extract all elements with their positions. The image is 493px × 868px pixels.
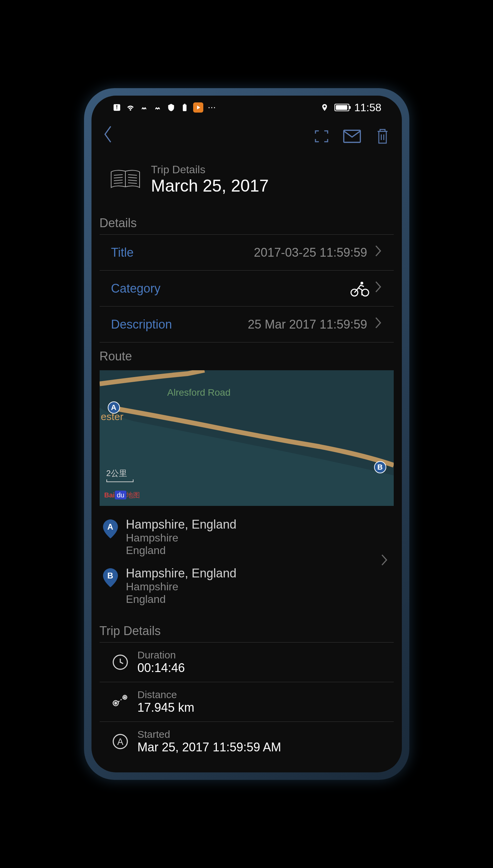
svg-point-16: [361, 282, 363, 284]
map-attribution: Baidu地图: [104, 491, 140, 500]
header-title: March 25, 2017: [151, 176, 269, 196]
map[interactable]: Alresford Road ester A B 2公里 Baidu地图: [100, 370, 394, 506]
marker-b-icon: B: [103, 568, 118, 587]
svg-text:A: A: [117, 736, 123, 747]
marker-letter: A: [107, 522, 113, 532]
svg-line-11: [128, 177, 137, 178]
battery-saver-icon: [180, 102, 190, 113]
duration-label: Duration: [138, 649, 185, 661]
back-button[interactable]: [102, 124, 122, 149]
title-row[interactable]: Title 2017-03-25 11:59:59: [100, 235, 394, 271]
delete-button[interactable]: [373, 127, 392, 145]
title-value: 2017-03-25 11:59:59: [133, 245, 367, 260]
start-marker-icon: A: [111, 732, 129, 751]
distance-icon: [111, 693, 129, 711]
clock-icon: [111, 653, 129, 671]
marker-letter: B: [107, 571, 113, 580]
svg-point-19: [115, 702, 117, 704]
phone-frame: ! ⋯: [84, 88, 409, 780]
route-start: A Hampshire, England Hampshire England: [100, 513, 394, 561]
svg-rect-2: [183, 104, 186, 111]
duration-row: Duration 00:14:46: [100, 643, 394, 682]
start-country: England: [126, 544, 237, 557]
start-region: Hampshire: [126, 532, 237, 544]
status-right: 11:58: [320, 101, 381, 114]
more-icon: ⋯: [207, 102, 217, 113]
svg-text:!: !: [116, 104, 118, 111]
distance-row: Distance 17.945 km: [100, 682, 394, 722]
details-section-label: Details: [91, 209, 402, 234]
svg-line-12: [128, 180, 137, 181]
distance-value: 17.945 km: [138, 701, 194, 715]
bike-icon: [350, 282, 367, 295]
map-marker-a: A: [108, 401, 120, 414]
svg-line-7: [114, 177, 123, 178]
description-row[interactable]: Description 25 Mar 2017 11:59:59: [100, 307, 394, 342]
svg-point-20: [124, 697, 125, 698]
nav-bar: [91, 119, 402, 153]
signal-icon: [139, 102, 149, 113]
category-row[interactable]: Category: [100, 271, 394, 307]
svg-rect-3: [184, 104, 185, 104]
book-icon: [108, 168, 142, 192]
end-name: Hampshire, England: [126, 566, 237, 580]
duration-value: 00:14:46: [138, 661, 185, 675]
signal-icon-2: [152, 102, 163, 113]
map-scale-text: 2公里: [106, 469, 127, 478]
status-left: ! ⋯: [112, 102, 217, 113]
svg-line-13: [128, 183, 137, 183]
description-label: Description: [111, 317, 172, 332]
header-subtitle: Trip Details: [151, 163, 269, 176]
fullscreen-button[interactable]: [312, 127, 331, 145]
started-label: Started: [138, 729, 281, 740]
route-points[interactable]: A Hampshire, England Hampshire England B…: [91, 506, 402, 617]
play-icon: [193, 102, 203, 113]
svg-line-6: [114, 175, 123, 175]
location-icon: [320, 102, 330, 113]
svg-rect-4: [344, 130, 360, 142]
marker-a-icon: A: [103, 519, 118, 538]
svg-point-15: [362, 289, 369, 296]
header-section: Trip Details March 25, 2017: [91, 153, 402, 209]
title-label: Title: [111, 245, 134, 260]
svg-line-10: [128, 175, 137, 175]
wifi-icon: [125, 102, 136, 113]
map-road-label: Alresford Road: [167, 387, 231, 398]
route-end: B Hampshire, England Hampshire England: [100, 561, 394, 610]
battery-icon: [334, 104, 349, 111]
end-country: England: [126, 593, 237, 606]
chevron-right-icon: [380, 553, 388, 570]
notification-icon: !: [112, 102, 122, 113]
started-row: A Started Mar 25, 2017 11:59:59 AM: [100, 722, 394, 761]
chevron-right-icon: [374, 244, 382, 261]
chevron-right-icon: [374, 316, 382, 333]
svg-line-9: [114, 183, 123, 183]
distance-label: Distance: [138, 689, 194, 701]
clock: 11:58: [354, 101, 381, 114]
chevron-right-icon: [374, 280, 382, 297]
shield-icon: [166, 102, 176, 113]
start-name: Hampshire, England: [126, 517, 237, 532]
category-label: Category: [111, 281, 161, 296]
started-value: Mar 25, 2017 11:59:59 AM: [138, 740, 281, 754]
phone-screen: ! ⋯: [91, 96, 402, 772]
description-value: 25 Mar 2017 11:59:59: [172, 317, 367, 332]
mail-button[interactable]: [343, 127, 361, 145]
map-scale: 2公里: [106, 468, 133, 482]
trip-details-section-label: Trip Details: [91, 617, 402, 642]
svg-line-8: [114, 180, 123, 181]
end-region: Hampshire: [126, 580, 237, 593]
map-marker-b: B: [374, 461, 386, 473]
status-bar: ! ⋯: [91, 96, 402, 119]
route-section-label: Route: [91, 342, 402, 368]
